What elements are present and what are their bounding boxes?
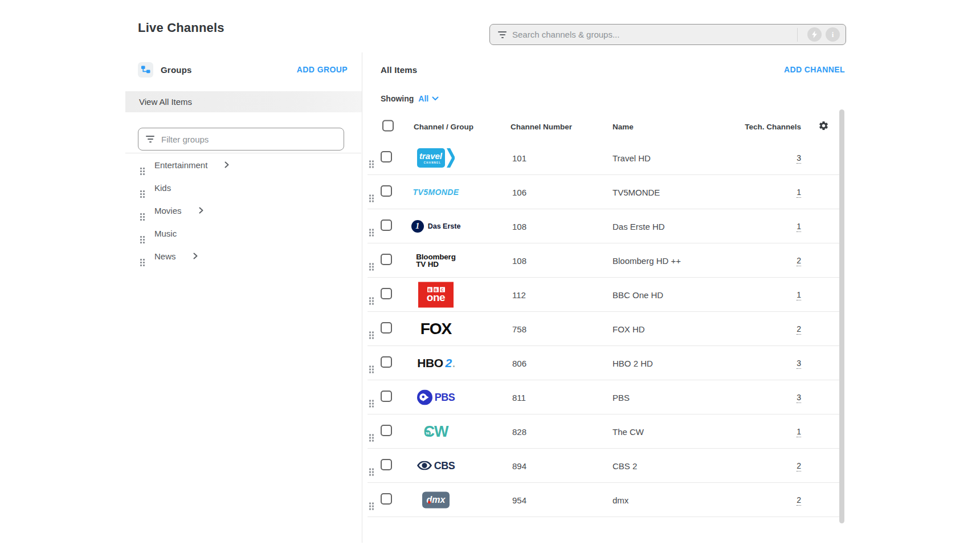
table-row[interactable]: BloombergTV HD 108 Bloomberg HD ++ 2 (368, 243, 839, 278)
table-settings-gear-icon[interactable] (818, 120, 829, 133)
drag-handle-icon[interactable] (140, 230, 145, 237)
tech-channels-link[interactable]: 2 (797, 256, 801, 266)
group-item-news[interactable]: News (125, 245, 362, 267)
drag-handle-icon[interactable] (369, 462, 374, 469)
tech-channels-link[interactable]: 1 (797, 188, 801, 198)
tech-channels-link[interactable]: 3 (797, 359, 801, 369)
drag-handle-icon[interactable] (369, 496, 374, 503)
tech-channels-link[interactable]: 2 (797, 324, 801, 335)
vertical-scrollbar[interactable] (839, 109, 844, 523)
group-item-kids[interactable]: Kids (125, 176, 362, 199)
row-checkbox[interactable] (381, 356, 392, 370)
tech-channels-link[interactable]: 3 (797, 393, 801, 403)
select-all-checkbox[interactable] (382, 120, 394, 133)
tv5monde-logo: TV5MONDE (413, 188, 459, 197)
chevron-down-icon (432, 96, 439, 101)
filter-groups-input[interactable] (161, 135, 337, 144)
tech-channels-link[interactable]: 1 (797, 222, 801, 232)
the-cw-logo: CWTHE (424, 422, 448, 440)
drag-handle-icon[interactable] (369, 325, 374, 332)
drag-handle-icon[interactable] (369, 188, 374, 196)
table-row[interactable]: 1Das Erste 108 Das Erste HD 1 (368, 209, 839, 243)
row-checkbox[interactable] (381, 322, 392, 336)
chevron-right-icon[interactable] (193, 253, 198, 259)
search-filter-icon (498, 31, 507, 38)
row-checkbox[interactable] (381, 254, 392, 267)
tech-channels-link[interactable]: 3 (797, 153, 801, 164)
drag-handle-icon[interactable] (140, 253, 145, 260)
group-label: Movies (154, 206, 182, 216)
channel-logo: TV5MONDE (399, 188, 473, 197)
drag-handle-icon[interactable] (369, 359, 374, 367)
channel-name: TV5MONDE (612, 187, 660, 197)
channel-number: 106 (512, 187, 526, 197)
drag-handle-icon[interactable] (140, 207, 145, 214)
column-name: Name (612, 123, 634, 131)
table-row[interactable]: CBS 894 CBS 2 2 (368, 449, 839, 483)
channel-number: 108 (512, 221, 526, 231)
chevron-right-icon[interactable] (224, 161, 229, 168)
add-channel-button[interactable]: ADD CHANNEL (784, 65, 845, 74)
global-search[interactable]: i (489, 24, 846, 45)
tech-channels-link[interactable]: 2 (797, 461, 801, 471)
tech-channels-link[interactable]: 2 (797, 495, 801, 506)
table-row[interactable]: PBS 811 PBS 3 (368, 380, 839, 414)
group-item-music[interactable]: Music (125, 222, 362, 245)
table-row[interactable]: BBCone 112 BBC One HD 1 (368, 278, 839, 312)
group-label: Kids (154, 183, 171, 193)
info-icon[interactable]: i (826, 27, 840, 42)
lightning-icon[interactable] (807, 27, 822, 42)
column-tech-channels: Tech. Channels (738, 123, 801, 131)
drag-handle-icon[interactable] (369, 222, 374, 230)
row-checkbox[interactable] (381, 493, 392, 507)
drag-handle-icon[interactable] (369, 154, 374, 161)
drag-handle-icon[interactable] (369, 291, 374, 298)
row-checkbox[interactable] (381, 391, 392, 404)
group-item-entertainment[interactable]: Entertainment (125, 153, 362, 176)
group-label: News (154, 251, 176, 261)
filter-groups-field[interactable] (138, 128, 344, 151)
showing-filter: Showing All (381, 90, 439, 107)
table-row[interactable]: TV5MONDE 106 TV5MONDE 1 (368, 175, 839, 209)
drag-handle-icon[interactable] (140, 184, 145, 192)
add-group-button[interactable]: ADD GROUP (297, 65, 348, 74)
drag-handle-icon[interactable] (140, 161, 145, 169)
travel-channel-logo: travel CHANNEL (417, 148, 455, 168)
row-checkbox[interactable] (381, 219, 392, 233)
svg-text:travel: travel (419, 151, 443, 161)
group-item-movies[interactable]: Movies (125, 199, 362, 222)
channel-logo: CWTHE (399, 422, 473, 440)
table-row[interactable]: dmx 954 dmx 2 (368, 483, 839, 517)
row-checkbox[interactable] (381, 288, 392, 302)
tech-channels-link[interactable]: 1 (797, 427, 801, 437)
showing-value: All (418, 94, 428, 103)
table-row[interactable]: HBO2 806 HBO 2 HD 3 (368, 346, 839, 380)
channel-name: The CW (612, 426, 644, 436)
table-row[interactable]: travel CHANNEL 101 Travel HD 3 (368, 141, 839, 175)
view-all-items-button[interactable]: View All Items (125, 91, 362, 112)
channel-number: 954 (512, 495, 526, 505)
row-checkbox[interactable] (381, 185, 392, 199)
search-input[interactable] (512, 30, 791, 39)
showing-dropdown[interactable]: All (418, 94, 439, 103)
row-checkbox[interactable] (381, 425, 392, 438)
das-erste-logo: 1Das Erste (411, 220, 461, 233)
row-checkbox[interactable] (381, 459, 392, 473)
chevron-right-icon[interactable] (199, 207, 203, 214)
row-checkbox[interactable] (381, 151, 392, 165)
column-channel-group: Channel / Group (414, 123, 473, 131)
tech-channels-link[interactable]: 1 (797, 290, 801, 300)
channel-number: 758 (512, 324, 526, 334)
channel-name: Das Erste HD (612, 221, 665, 231)
channel-number: 101 (512, 153, 526, 162)
table-row[interactable]: CWTHE 828 The CW 1 (368, 414, 839, 449)
groups-sidebar: Groups ADD GROUP View All Items Entertai… (125, 52, 362, 548)
drag-handle-icon[interactable] (369, 393, 374, 401)
search-divider (797, 28, 798, 42)
table-row[interactable]: FOX 758 FOX HD 2 (368, 312, 839, 346)
channel-logo: CBS (399, 460, 473, 471)
drag-handle-icon[interactable] (369, 257, 374, 264)
drag-handle-icon[interactable] (369, 428, 374, 435)
pbs-logo: PBS (417, 389, 455, 405)
groups-tree-icon (138, 62, 153, 78)
